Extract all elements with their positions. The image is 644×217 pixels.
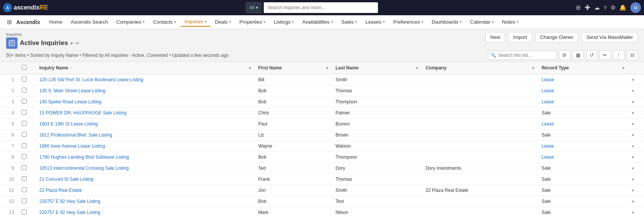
row-dropdown-icon[interactable]: ▾	[632, 199, 634, 204]
nav-item-inquiries[interactable]: Inquiries▾	[181, 17, 210, 27]
select-all-checkbox[interactable]	[22, 65, 27, 70]
inquiry-name-link[interactable]: 1790 Hughes Landing Blvd Sublease Listin…	[39, 154, 129, 160]
refresh-btn[interactable]: ↺	[586, 50, 597, 60]
settings-icon-btn[interactable]: ⚙	[559, 50, 570, 60]
row-checkbox[interactable]	[22, 110, 27, 115]
th-inquiry-name[interactable]: Inquiry Name ↑ ▾	[35, 62, 254, 74]
inquiry-name-link[interactable]: 220757 E 92 Hwy Sale Listing	[39, 210, 100, 215]
nav-item-notes[interactable]: Notes▾	[498, 18, 522, 26]
company-cell	[422, 85, 538, 96]
last-name-cell: Thomas	[332, 85, 422, 96]
inquiry-name-link[interactable]: 18513 Intercontinental Crossing Sale Lis…	[39, 166, 129, 171]
plus-icon[interactable]: ✚	[585, 3, 590, 12]
chevron-down-icon[interactable]: ▾	[249, 66, 251, 70]
row-dropdown-icon[interactable]: ▾	[632, 210, 634, 215]
inquiry-name-link[interactable]: 125-135 SW Port St. Lucie Boulevard Leas…	[39, 77, 143, 82]
row-checkbox[interactable]	[22, 143, 27, 148]
nav-item-home[interactable]: Home	[45, 18, 66, 26]
inquiry-name-link[interactable]: 1612 Professional Blvd. Sale Listing	[39, 132, 112, 138]
search-filter-btn[interactable]: All ▾	[246, 2, 261, 13]
row-dropdown-icon[interactable]: ▾	[632, 144, 634, 148]
top-search-input[interactable]	[264, 2, 378, 13]
row-checkbox[interactable]	[22, 77, 27, 82]
row-checkbox[interactable]	[22, 165, 27, 170]
nav-item-leases[interactable]: Leases▾	[362, 18, 389, 26]
inquiry-name-link[interactable]: 140 Speke Road Lease Listing	[39, 99, 101, 104]
row-dropdown-icon[interactable]: ▾	[632, 100, 634, 104]
th-last-name[interactable]: Last Name ▾	[332, 62, 422, 74]
bell-icon[interactable]: 🔔	[619, 4, 626, 11]
chevron-down-icon[interactable]: ▾	[326, 66, 328, 70]
row-dropdown-icon[interactable]: ▾	[632, 177, 634, 182]
bookmarks-icon[interactable]: ⊞	[576, 4, 581, 11]
inquiry-name-link[interactable]: 220757 E 92 Hwy Sale Listing	[39, 199, 100, 204]
filter-btn[interactable]: ⊟	[627, 50, 638, 60]
more-btn[interactable]: ⋮	[613, 50, 625, 60]
secondary-nav: ⊞ Ascendix Home Ascendix Search Companie…	[0, 15, 644, 29]
edit-btn[interactable]: ✏	[599, 50, 611, 60]
row-checkbox[interactable]	[22, 88, 27, 93]
nav-item-ascendix-search[interactable]: Ascendix Search	[67, 18, 112, 26]
inquiry-name-link[interactable]: 22 Plaza Real Estate	[39, 188, 82, 193]
gear-icon[interactable]: ⚙	[611, 4, 615, 11]
nav-item-dashboards[interactable]: Dashboards▾	[428, 18, 465, 26]
search-list-input[interactable]	[488, 51, 556, 60]
send-massmailer-button[interactable]: Send Via MassMailer	[581, 32, 638, 42]
row-action-cell: ▾	[628, 119, 644, 130]
row-dropdown-icon[interactable]: ▾	[632, 166, 634, 170]
page-edit-icon[interactable]: ✏	[75, 40, 80, 46]
change-owner-button[interactable]: Change Owner	[535, 32, 578, 42]
row-checkbox[interactable]	[22, 198, 27, 203]
th-first-name[interactable]: First Name ▾	[255, 62, 332, 74]
inquiry-name-link[interactable]: 21 Concord St Sale Listing	[39, 177, 93, 182]
row-checkbox[interactable]	[22, 132, 27, 137]
row-dropdown-icon[interactable]: ▾	[632, 188, 634, 193]
chevron-down-icon: ▾	[492, 20, 494, 24]
row-checkbox[interactable]	[22, 99, 27, 104]
new-button[interactable]: New	[485, 32, 505, 42]
company-cell	[422, 74, 538, 85]
chevron-down-icon[interactable]: ▾	[416, 66, 418, 70]
row-dropdown-icon[interactable]: ▾	[632, 88, 634, 93]
inquiry-name-link[interactable]: 15 POWER DR, HAUPPAUGE Sale Listing	[39, 110, 126, 116]
row-checkbox[interactable]	[22, 121, 27, 126]
nav-item-sales[interactable]: Sales▾	[338, 18, 361, 26]
row-dropdown-icon[interactable]: ▾	[632, 155, 634, 159]
avatar[interactable]: U	[630, 2, 641, 13]
row-checkbox[interactable]	[22, 176, 27, 181]
row-dropdown-icon[interactable]: ▾	[632, 77, 634, 82]
brand-label: Ascendix	[15, 19, 40, 25]
page-title-dropdown-icon[interactable]: ▾	[70, 40, 73, 46]
col-firstname-label: First Name	[258, 65, 282, 71]
th-record-type[interactable]: Record Type ▾	[538, 62, 628, 74]
nav-item-preferences[interactable]: Preferences▾	[389, 18, 427, 26]
nav-item-properties[interactable]: Properties▾	[236, 18, 269, 26]
grid-menu-btn[interactable]: ⊞	[5, 17, 14, 27]
nav-item-deals[interactable]: Deals▾	[211, 18, 235, 26]
breadcrumb: Inquiries	[6, 32, 80, 37]
page-title: Active Inquiries	[20, 39, 68, 47]
nav-item-listings[interactable]: Listings▾	[270, 18, 298, 26]
cloud-icon[interactable]: ☁	[594, 4, 600, 11]
row-checkbox[interactable]	[22, 209, 27, 214]
nav-item-calendar[interactable]: Calendar▾	[466, 18, 497, 26]
nav-item-contacts[interactable]: Contacts▾	[149, 18, 180, 26]
nav-item-availabilities[interactable]: Availabilities▾	[298, 18, 336, 26]
row-dropdown-icon[interactable]: ▾	[632, 111, 634, 115]
table-view-btn[interactable]: ▦	[572, 50, 584, 60]
row-dropdown-icon[interactable]: ▾	[632, 122, 634, 126]
row-checkbox[interactable]	[22, 154, 27, 159]
row-checkbox[interactable]	[22, 187, 27, 192]
inquiry-name-link[interactable]: 1660 Iowa Avenue Lease Listing	[39, 143, 105, 149]
nav-item-companies[interactable]: Companies▾	[113, 18, 149, 26]
question-icon[interactable]: ?	[604, 5, 607, 11]
row-dropdown-icon[interactable]: ▾	[632, 133, 634, 137]
chevron-down-icon[interactable]: ▾	[532, 66, 534, 70]
chevron-down-icon[interactable]: ▾	[622, 66, 624, 70]
th-company[interactable]: Company ▾	[422, 62, 538, 74]
inquiry-name-link[interactable]: 135 S. Main Street Lease Listing	[39, 88, 105, 93]
company-cell	[422, 108, 538, 119]
inquiry-name-link[interactable]: 1603 E 19th St Lease Listing	[39, 121, 97, 127]
record-type-value: Lease	[542, 99, 554, 104]
import-button[interactable]: Import	[508, 32, 532, 42]
